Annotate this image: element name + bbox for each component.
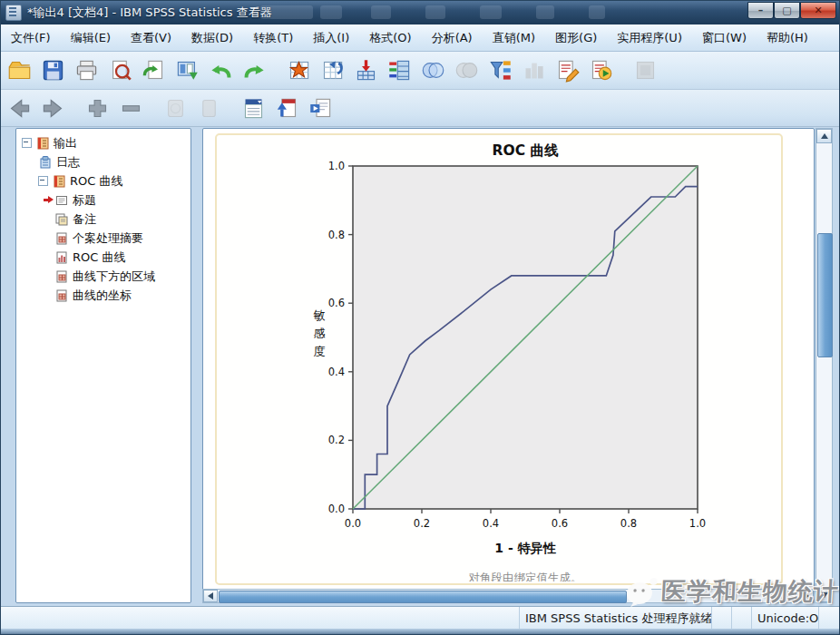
tree-item-曲线的坐标[interactable]: 曲线的坐标 [16, 286, 190, 305]
x-tick-label: 0.8 [620, 517, 637, 530]
titlebar-blur-decoration [425, 5, 445, 19]
tree-item-曲线下方的区域[interactable]: 曲线下方的区域 [16, 267, 190, 286]
run-script-icon[interactable] [585, 56, 616, 85]
menu-item-10[interactable]: 实用程序(U) [607, 26, 692, 50]
print-icon[interactable] [71, 56, 102, 85]
roc-chart-svg: ROC 曲线0.00.20.40.60.81.00.00.20.40.60.81… [217, 135, 779, 581]
tree-item-ROC 曲线[interactable]: ROC 曲线 [16, 248, 190, 267]
titlebar-blur-decoration [480, 5, 502, 19]
status-cell-end [819, 607, 839, 630]
y-tick-label: 0.6 [328, 297, 345, 309]
tree-item-输出[interactable]: 输出 [16, 133, 190, 152]
hide-output-icon[interactable] [115, 93, 146, 122]
collapse-expander-icon[interactable] [38, 176, 48, 186]
watermark: 医学和生物统计 [624, 575, 840, 608]
vertical-scrollbar[interactable] [816, 128, 833, 603]
go-forward-icon[interactable] [37, 93, 68, 122]
tree-item-label: 输出 [54, 135, 77, 151]
menu-item-7[interactable]: 分析(A) [422, 26, 483, 50]
value-labels-icon[interactable] [384, 56, 415, 85]
tree-item-ROC 曲线[interactable]: ROC 曲线 [16, 171, 190, 190]
x-tick-label: 0.0 [345, 517, 361, 530]
menu-item-8[interactable]: 直销(M) [483, 26, 545, 50]
tree-item-label: ROC 曲线 [73, 249, 125, 266]
collapse-expander-icon[interactable] [22, 138, 32, 148]
redo-icon[interactable] [239, 56, 269, 85]
designate-window-icon[interactable] [171, 56, 202, 85]
y-axis-label-char: 敏 [314, 308, 326, 322]
use-variable-sets-icon[interactable] [484, 56, 515, 85]
status-unicode: Unicode:ON [752, 607, 819, 630]
promote-icon[interactable] [271, 93, 302, 122]
log-icon [38, 155, 53, 170]
save-icon[interactable] [37, 56, 68, 85]
title-bar: *输出4 [文档4] - IBM SPSS Statistics 查看器 – ▢… [1, 1, 839, 24]
undo-icon[interactable] [205, 56, 236, 85]
menu-item-1[interactable]: 编辑(E) [61, 26, 121, 50]
outline-size-icon[interactable] [238, 93, 269, 122]
menu-item-12[interactable]: 帮助(H) [757, 26, 818, 50]
y-tick-label: 0.2 [328, 434, 345, 446]
y-tick-label: 0.8 [328, 229, 345, 241]
tree-item-备注[interactable]: 备注 [16, 210, 190, 229]
status-bar: IBM SPSS Statistics 处理程序就绪 Unicode:ON [1, 606, 839, 630]
maximize-button[interactable]: ▢ [774, 2, 800, 19]
tree-item-标题[interactable]: 标题 [16, 190, 190, 210]
close-button[interactable]: ✕ [800, 2, 836, 19]
y-tick-label: 1.0 [328, 160, 345, 172]
titlebar-blur-decoration [589, 5, 605, 19]
toolbar-separator [224, 108, 235, 109]
y-axis-label-char: 感 [314, 327, 326, 340]
table-icon [54, 269, 69, 284]
watermark-text: 医学和生物统计 [660, 575, 840, 608]
select-cases-icon[interactable] [417, 56, 448, 85]
tree-item-label: 日志 [56, 154, 80, 171]
app-icon [5, 5, 22, 21]
tree-item-日志[interactable]: 日志 [16, 152, 190, 171]
show-output-icon[interactable] [82, 93, 112, 122]
title-page-icon [54, 193, 69, 208]
print-preview-icon[interactable] [104, 56, 135, 85]
tree-item-label: 备注 [73, 211, 96, 228]
roc-chart-object[interactable]: ROC 曲线0.00.20.40.60.81.00.00.20.40.60.81… [215, 133, 783, 585]
recall-dialog-icon[interactable] [138, 56, 169, 85]
edit-output-icon[interactable] [552, 56, 582, 85]
menu-item-6[interactable]: 格式(O) [359, 26, 421, 50]
menu-item-2[interactable]: 查看(V) [121, 26, 181, 50]
y-tick-label: 0.0 [328, 503, 345, 515]
expand-output-icon [160, 93, 190, 122]
horizontal-scroll-thumb[interactable] [219, 591, 627, 603]
tree-item-label: 曲线下方的区域 [73, 269, 155, 285]
vertical-scroll-thumb[interactable] [817, 233, 833, 357]
titlebar-blur-decoration [371, 5, 391, 19]
titlebar-blur-decoration [536, 5, 554, 19]
menu-item-3[interactable]: 数据(D) [181, 26, 243, 50]
style-icon [630, 56, 660, 85]
open-icon[interactable] [4, 56, 34, 85]
menu-item-11[interactable]: 窗口(W) [692, 26, 757, 50]
menu-item-4[interactable]: 转换(T) [243, 26, 303, 50]
up-arrow-icon [821, 133, 828, 139]
go-back-icon[interactable] [4, 93, 34, 122]
insert-variable-icon[interactable] [350, 56, 381, 85]
x-tick-label: 0.2 [414, 517, 430, 530]
titlebar-blur-decoration [260, 5, 313, 19]
collapse-output-icon [193, 93, 224, 122]
tree-item-个案处理摘要[interactable]: 个案处理摘要 [16, 229, 190, 248]
scroll-left-button[interactable] [203, 590, 218, 602]
menu-item-5[interactable]: 插入(I) [303, 26, 359, 50]
menu-item-9[interactable]: 图形(G) [545, 26, 607, 50]
goto-variable-icon[interactable] [317, 56, 347, 85]
tree-item-label: ROC 曲线 [70, 173, 122, 190]
minimize-button[interactable]: – [747, 2, 774, 19]
toolbar-separator [616, 70, 627, 71]
status-cell-small [732, 607, 752, 630]
demote-icon[interactable] [305, 93, 336, 122]
menu-item-0[interactable]: 文件(F) [1, 26, 61, 50]
table-icon [54, 231, 69, 246]
toolbar-separator [269, 70, 280, 71]
status-message: IBM SPSS Statistics 处理程序就绪 [520, 607, 712, 630]
x-tick-label: 0.6 [552, 517, 568, 530]
goto-case-icon[interactable] [283, 56, 314, 85]
scroll-up-button[interactable] [816, 129, 832, 143]
